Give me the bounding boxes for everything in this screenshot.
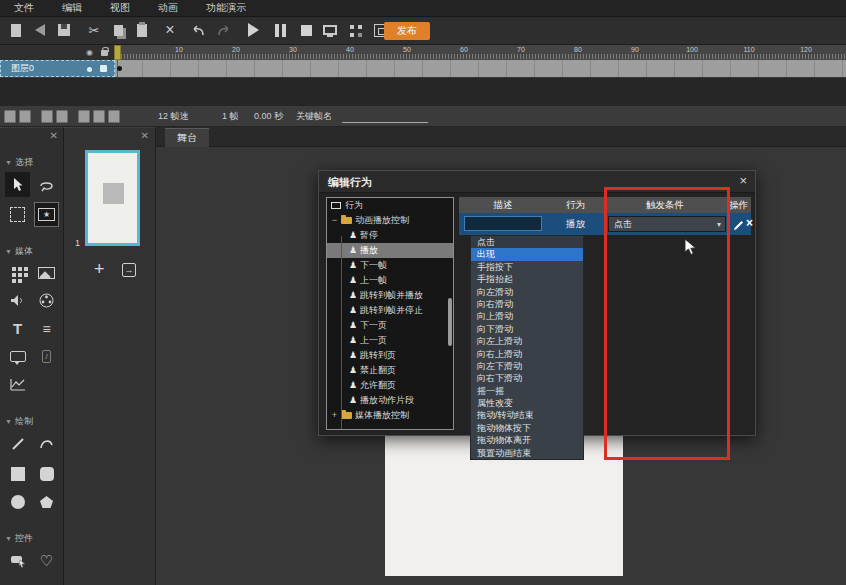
play-button[interactable] (243, 20, 263, 40)
delete-button[interactable]: × (160, 20, 180, 40)
tool-heart-widget[interactable]: ♡ (34, 548, 59, 573)
tools-panel-close-icon[interactable]: ✕ (50, 131, 58, 141)
menu-view[interactable]: 视图 (96, 1, 144, 15)
layer-lock-icon[interactable] (100, 65, 107, 72)
dialog-title-bar[interactable]: 编辑行为 × (319, 171, 755, 193)
layer-row[interactable]: 图层0 (0, 60, 115, 77)
dropdown-option-drag-rotate-end[interactable]: 拖动/转动结束 (471, 409, 583, 421)
behavior-table-row[interactable]: 播放 点击 ▾ × (459, 213, 751, 235)
tool-line[interactable] (5, 431, 30, 456)
tree-group-media-control[interactable]: + 媒体播放控制 (327, 408, 453, 423)
tool-polygon[interactable] (34, 489, 59, 514)
tree-item-prev-page[interactable]: ♟上一页 (327, 333, 453, 348)
tree-item-play-action-clip[interactable]: ♟播放动作片段 (327, 393, 453, 408)
collapse-icon[interactable]: − (331, 213, 338, 228)
dropdown-option-property-change[interactable]: 属性改变 (471, 397, 583, 409)
copy-keyframe-button[interactable] (56, 110, 68, 123)
trigger-select[interactable]: 点击 ▾ (608, 216, 726, 232)
insert-blank-keyframe-button[interactable] (93, 110, 105, 123)
edit-row-button[interactable] (733, 217, 744, 235)
tree-item-next-page[interactable]: ♟下一页 (327, 318, 453, 333)
tool-video[interactable] (34, 288, 59, 313)
dropdown-option-click[interactable]: 点击 (471, 236, 583, 248)
tool-callout[interactable] (5, 344, 30, 369)
dropdown-option-swipe-right[interactable]: 向右滑动 (471, 298, 583, 310)
dropdown-option-appear[interactable]: 出现 (471, 248, 583, 260)
tool-select-arrow[interactable] (5, 172, 30, 197)
dialog-close-button[interactable]: × (739, 174, 747, 188)
tool-text[interactable]: T (5, 316, 30, 341)
redo-button[interactable] (214, 20, 234, 40)
layer-visibility-dot[interactable] (87, 67, 92, 72)
delete-row-button[interactable]: × (746, 216, 753, 230)
tree-item-allow-flip[interactable]: ♟允许翻页 (327, 378, 453, 393)
tool-button-widget[interactable] (5, 548, 30, 573)
lock-icon[interactable] (101, 50, 108, 56)
tool-image[interactable] (34, 260, 59, 285)
undo-button[interactable] (188, 20, 208, 40)
tree-scrollbar[interactable] (448, 298, 452, 346)
dropdown-option-finger-up[interactable]: 手指抬起 (471, 273, 583, 285)
section-media[interactable]: ▼媒体 (5, 245, 33, 258)
tree-item-goto-frame-play[interactable]: ♟跳转到帧并播放 (327, 288, 453, 303)
layer-track[interactable] (115, 60, 846, 77)
insert-keyframe-button[interactable] (78, 110, 90, 123)
dropdown-option-swipe-left[interactable]: 向左滑动 (471, 286, 583, 298)
cut-button[interactable]: ✂ (84, 20, 104, 40)
import-button[interactable] (30, 20, 50, 40)
qr-preview-button[interactable] (345, 20, 365, 40)
menu-file[interactable]: 文件 (0, 1, 48, 15)
remove-frame-button[interactable] (19, 110, 31, 123)
tool-curve[interactable] (34, 431, 59, 456)
tree-item-play[interactable]: ♟播放 (327, 243, 453, 258)
save-button[interactable] (54, 20, 74, 40)
dropdown-option-swipe-downright[interactable]: 向右下滑动 (471, 372, 583, 384)
timeline-ruler[interactable]: 10 20 30 40 50 60 70 80 90 100 110 120 (115, 45, 846, 60)
publish-button[interactable]: 发布 (384, 22, 430, 40)
copy-button[interactable] (108, 20, 128, 40)
section-draw[interactable]: ▼绘制 (5, 415, 33, 428)
delete-keyframe-button[interactable] (41, 110, 53, 123)
tree-group-animation-control[interactable]: − 动画播放控制 (327, 213, 453, 228)
convert-keyframe-button[interactable] (108, 110, 120, 123)
visibility-icon[interactable]: ◉ (86, 49, 93, 57)
dropdown-option-preset-anim-end[interactable]: 预置动画结束 (471, 447, 583, 459)
tool-rectangle[interactable] (5, 461, 30, 486)
tool-chart[interactable] (5, 372, 30, 397)
tool-embed[interactable]: / (34, 344, 59, 369)
tool-lasso[interactable] (34, 172, 59, 197)
page-thumbnail[interactable] (85, 150, 140, 246)
dropdown-option-swipe-upleft[interactable]: 向左上滑动 (471, 335, 583, 347)
tree-item-disable-flip[interactable]: ♟禁止翻页 (327, 363, 453, 378)
tool-transform[interactable]: ★ (34, 202, 59, 227)
menu-edit[interactable]: 编辑 (48, 1, 96, 15)
dropdown-option-swipe-upright[interactable]: 向右上滑动 (471, 348, 583, 360)
menu-animation[interactable]: 动画 (144, 1, 192, 15)
paste-button[interactable] (132, 20, 152, 40)
section-widgets[interactable]: ▼控件 (5, 532, 33, 545)
playhead[interactable] (114, 45, 121, 60)
dropdown-option-drag-object-down[interactable]: 拖动物体按下 (471, 422, 583, 434)
add-page-button[interactable]: + (94, 260, 105, 278)
tool-audio[interactable] (5, 288, 30, 313)
stop-button[interactable] (296, 20, 316, 40)
tree-item-pause[interactable]: ♟暂停 (327, 228, 453, 243)
tree-item-goto-frame-stop[interactable]: ♟跳转到帧并停止 (327, 303, 453, 318)
dropdown-option-drag-object-leave[interactable]: 拖动物体离开 (471, 434, 583, 446)
section-select[interactable]: ▼选择 (5, 156, 33, 169)
dropdown-option-shake[interactable]: 摇一摇 (471, 385, 583, 397)
dropdown-option-swipe-downleft[interactable]: 向左下滑动 (471, 360, 583, 372)
tool-rounded-rectangle[interactable] (34, 461, 59, 486)
tree-item-next-frame[interactable]: ♟下一帧 (327, 258, 453, 273)
dropdown-option-swipe-up[interactable]: 向上滑动 (471, 310, 583, 322)
pages-panel-close-icon[interactable]: ✕ (141, 131, 149, 141)
new-file-button[interactable] (6, 20, 26, 40)
tool-blocks[interactable] (5, 260, 30, 285)
dropdown-option-swipe-down[interactable]: 向下滑动 (471, 323, 583, 335)
dropdown-option-finger-down[interactable]: 手指按下 (471, 261, 583, 273)
expand-icon[interactable]: + (331, 408, 338, 423)
menu-feature-demo[interactable]: 功能演示 (192, 1, 260, 15)
keyframe-name-input[interactable] (342, 122, 428, 123)
tool-marquee[interactable] (5, 202, 30, 227)
description-input[interactable] (464, 216, 542, 231)
